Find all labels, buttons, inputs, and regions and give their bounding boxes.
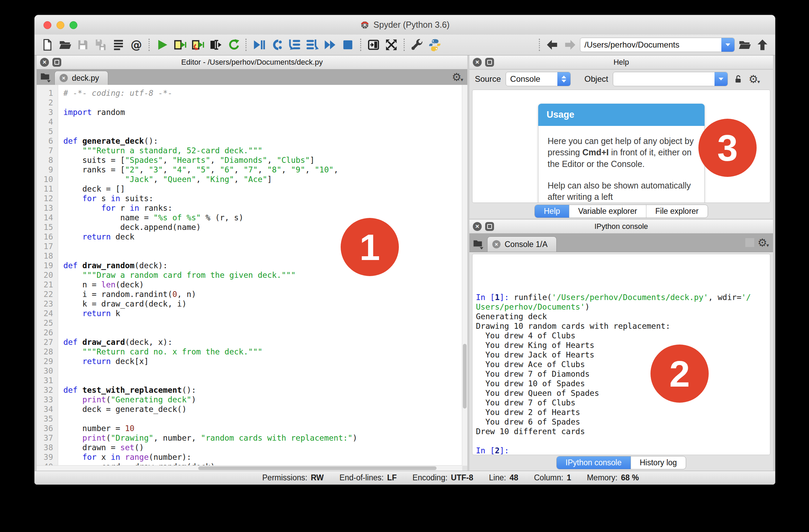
- editor-options-button[interactable]: ⚙ ▾: [452, 72, 467, 82]
- console-tab-bar: ✕ Console 1/A ⚙ ▾: [469, 233, 773, 252]
- debug-step-into-button[interactable]: [287, 37, 302, 53]
- status-bar: Permissions:RWEnd-of-lines:LFEncoding:UT…: [35, 471, 775, 484]
- code-line: 5: [37, 127, 467, 136]
- code-line: 38 drawn = set(): [37, 443, 467, 452]
- code-text: def generate_deck():: [58, 136, 158, 146]
- console-browse-tabs-button[interactable]: [469, 236, 487, 252]
- close-tab-icon[interactable]: ✕: [492, 240, 501, 248]
- code-text: print("Generating deck"): [58, 395, 196, 404]
- help-undock-pane-button[interactable]: [485, 58, 494, 67]
- debug-step-return-icon: [306, 38, 319, 51]
- close-tab-icon[interactable]: ✕: [60, 74, 68, 82]
- code-editor[interactable]: 1# -*- coding: utf-8 -*-2 3import random…: [37, 85, 467, 466]
- line-number: 28: [37, 347, 58, 356]
- save-all-button[interactable]: [93, 37, 109, 53]
- editor-tab-deck-py[interactable]: ✕ deck.py: [54, 71, 108, 85]
- tab-ipython-console[interactable]: IPython console: [557, 456, 631, 469]
- lock-icon[interactable]: [733, 74, 743, 85]
- ipython-console-pane: ✕ IPython console ✕ Console 1/A ⚙: [469, 220, 773, 471]
- save-all-icon: [94, 38, 107, 51]
- code-line: 6def generate_deck():: [37, 136, 467, 146]
- console-line: You drew Queen of Spades: [476, 388, 770, 398]
- code-line: 22 i = random.randint(0, n): [37, 289, 467, 299]
- find-symbols-button[interactable]: @: [128, 37, 144, 53]
- forward-button[interactable]: [562, 37, 578, 53]
- debug-step-return-button[interactable]: [304, 37, 320, 53]
- status-label: Column:: [534, 473, 564, 482]
- console-options-button[interactable]: ⚙ ▾: [758, 237, 773, 248]
- run-selection-button[interactable]: [207, 37, 223, 53]
- line-number: 24: [37, 309, 58, 318]
- code-line: 4: [37, 117, 467, 127]
- code-line: 13 for r in ranks:: [37, 203, 467, 213]
- editor-undock-pane-button[interactable]: [52, 58, 61, 67]
- console-line: You drew 10 of Spades: [476, 379, 770, 388]
- console-undock-pane-button[interactable]: [485, 222, 494, 231]
- fullscreen-button[interactable]: [383, 37, 399, 53]
- tab-help[interactable]: Help: [535, 205, 569, 218]
- help-close-pane-button[interactable]: ✕: [473, 58, 482, 67]
- scrollbar-thumb[interactable]: [463, 344, 467, 408]
- at-symbol-icon: @: [130, 38, 143, 51]
- line-number: 14: [37, 213, 58, 222]
- editor-tab-bar: ✕ deck.py ⚙ ▾: [37, 69, 467, 85]
- debug-stop-button[interactable]: [340, 37, 356, 53]
- debug-continue-button[interactable]: [322, 37, 338, 53]
- console-tab-1a[interactable]: ✕ Console 1/A: [487, 236, 557, 252]
- tab-file-explorer[interactable]: File explorer: [646, 205, 708, 218]
- source-combobox[interactable]: Console: [506, 72, 571, 86]
- code-line: 15 deck.append(name): [37, 222, 467, 232]
- new-file-button[interactable]: [39, 37, 55, 53]
- console-output[interactable]: In [1]: runfile('/Users/perhov/Documents…: [472, 254, 770, 455]
- open-file-button[interactable]: [57, 37, 73, 53]
- editor-browse-tabs-button[interactable]: [37, 69, 54, 85]
- working-directory-combobox[interactable]: /Users/perhov/Documents: [580, 38, 735, 52]
- console-close-pane-button[interactable]: ✕: [473, 222, 482, 231]
- status-value: 68 %: [621, 473, 639, 482]
- run-file-button[interactable]: [154, 37, 170, 53]
- run-cell-button[interactable]: [172, 37, 188, 53]
- tab-variable-explorer[interactable]: Variable explorer: [569, 205, 646, 218]
- maximize-pane-button[interactable]: [366, 37, 381, 53]
- line-number: 17: [37, 242, 58, 251]
- inspect-button[interactable]: [745, 238, 754, 247]
- rerun-icon: [227, 38, 240, 51]
- usage-card-title: Usage: [538, 104, 705, 126]
- browse-directory-button[interactable]: [737, 37, 753, 53]
- preferences-button[interactable]: [409, 37, 425, 53]
- console-line: Drew 10 different cards: [476, 427, 770, 436]
- debug-step-button[interactable]: [269, 37, 285, 53]
- source-spinner-button[interactable]: [557, 72, 570, 86]
- scrollbar-thumb[interactable]: [198, 466, 437, 470]
- file-switcher-button[interactable]: [111, 37, 126, 53]
- editor-horizontal-scrollbar[interactable]: [37, 465, 462, 471]
- back-arrow-icon: [546, 38, 559, 51]
- object-dropdown-button[interactable]: [715, 72, 728, 86]
- browse-tabs-icon: [472, 238, 484, 250]
- parent-directory-button[interactable]: [755, 37, 770, 53]
- python-path-manager-button[interactable]: [427, 37, 443, 53]
- browse-folder-icon: [738, 38, 751, 51]
- debug-file-button[interactable]: [251, 37, 267, 53]
- line-number: 16: [37, 232, 58, 242]
- code-text: [58, 376, 68, 385]
- browse-tabs-icon: [40, 71, 51, 83]
- line-number: 5: [37, 127, 58, 136]
- save-button[interactable]: [75, 37, 91, 53]
- console-pane-title: IPython console: [469, 220, 773, 233]
- editor-close-pane-button[interactable]: ✕: [40, 58, 49, 67]
- help-options-button[interactable]: ⚙ ▾: [748, 74, 761, 85]
- back-button[interactable]: [544, 37, 560, 53]
- rerun-cell-button[interactable]: [225, 37, 241, 53]
- help-controls-row: Source Console Object ⚙ ▾: [469, 69, 773, 89]
- run-cell-advance-button[interactable]: [190, 37, 205, 53]
- editor-vertical-scrollbar[interactable]: [462, 85, 467, 466]
- working-directory-dropdown-button[interactable]: [721, 38, 734, 52]
- code-line: 27def draw_card(deck, x):: [37, 337, 467, 347]
- code-text: suits = ["Spades", "Hearts", "Diamonds",…: [58, 155, 315, 165]
- object-combobox[interactable]: [613, 72, 728, 86]
- code-text: [58, 251, 68, 261]
- tab-history-log[interactable]: History log: [631, 456, 686, 469]
- status-item: Column:1: [534, 473, 571, 482]
- save-icon: [76, 38, 89, 51]
